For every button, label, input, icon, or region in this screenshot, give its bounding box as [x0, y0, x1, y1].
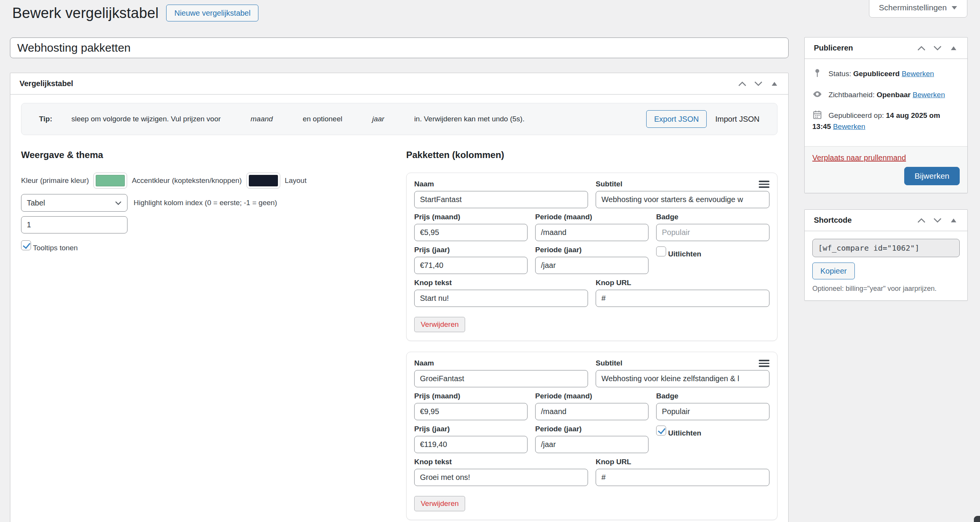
- highlight-field: Uitlichten: [656, 246, 769, 274]
- remove-package-button[interactable]: Verwijderen: [414, 317, 465, 332]
- update-row: Bijwerken: [812, 167, 960, 185]
- highlight-checkbox[interactable]: [656, 246, 666, 256]
- edit-published-link[interactable]: Bewerken: [833, 122, 866, 130]
- period-year-input[interactable]: [535, 257, 648, 274]
- move-to-trash-link[interactable]: Verplaats naar prullenmand: [812, 153, 906, 162]
- name-field: Naam: [414, 180, 588, 208]
- tooltips-toggle[interactable]: Tooltips tonen: [21, 240, 396, 252]
- layout-select[interactable]: Tabel: [21, 194, 127, 212]
- badge-input[interactable]: [656, 224, 769, 241]
- publish-handle-actions: [915, 41, 960, 55]
- import-json-button[interactable]: Import JSON: [715, 115, 760, 124]
- export-json-button[interactable]: Export JSON: [646, 110, 707, 128]
- highlight-label: Uitlichten: [668, 250, 701, 258]
- new-table-button[interactable]: Nieuwe vergelijkstabel: [166, 5, 258, 21]
- published-row: Gepubliceerd op: 14 aug 2025 om 13:45 Be…: [812, 110, 960, 132]
- move-up-button[interactable]: [915, 41, 928, 55]
- button-url-input[interactable]: [596, 290, 769, 307]
- package-subtitle-input[interactable]: [596, 191, 769, 208]
- screen-options-button[interactable]: Scherminstellingen: [869, 0, 967, 18]
- accent-color-picker[interactable]: [247, 173, 280, 189]
- tip-actions: Export JSON Import JSON: [646, 110, 760, 128]
- button-url-label: Knop URL: [596, 279, 769, 287]
- tooltips-checkbox[interactable]: [21, 240, 31, 250]
- name-label: Naam: [414, 180, 588, 188]
- button-text-input[interactable]: [414, 469, 588, 486]
- post-title-input[interactable]: [10, 38, 789, 58]
- price-year-input[interactable]: [414, 257, 528, 274]
- metabox-columns: Weergave & thema Kleur (primaire kleur) …: [21, 150, 777, 522]
- copy-shortcode-button[interactable]: Kopieer: [812, 263, 855, 279]
- chevron-down-icon: [754, 81, 763, 86]
- publish-body: Status: Gepubliceerd Bewerken Zichtbaarh…: [805, 59, 967, 146]
- package-name-input[interactable]: [414, 370, 588, 387]
- subtitle-field: Subtitel: [596, 359, 769, 387]
- toggle-panel-button[interactable]: [947, 214, 960, 227]
- price-month-input[interactable]: [414, 224, 528, 241]
- calendar-icon: [812, 110, 822, 120]
- move-up-button[interactable]: [735, 77, 749, 91]
- package-card: Naam Subtitel: [406, 173, 777, 341]
- shortcode-input[interactable]: [812, 239, 960, 257]
- tip-text-before: sleep om volgorde te wijzigen. Vul prijz…: [71, 115, 220, 123]
- highlight-checkbox[interactable]: [656, 426, 666, 436]
- period-year-label: Periode (jaar): [535, 246, 648, 254]
- remove-package-button[interactable]: Verwijderen: [414, 496, 465, 511]
- badge-field: Badge: [656, 392, 769, 420]
- move-down-button[interactable]: [751, 77, 765, 91]
- tip-text-after: in. Verwijderen kan met undo (5s).: [414, 115, 524, 123]
- highlight-index-input[interactable]: [21, 216, 127, 233]
- package-subtitle-input[interactable]: [596, 370, 769, 387]
- price-year-label: Prijs (jaar): [414, 425, 528, 433]
- button-url-input[interactable]: [596, 469, 769, 486]
- highlight-toggle[interactable]: Uitlichten: [656, 246, 769, 258]
- tooltips-label: Tooltips tonen: [33, 244, 78, 252]
- highlight-index-label: Highlight kolom index (0 = eerste; -1 = …: [134, 199, 277, 207]
- period-month-label: Periode (maand): [535, 213, 648, 221]
- price-year-input[interactable]: [414, 436, 528, 453]
- package-card: Naam Subtitel: [406, 352, 777, 520]
- edit-visibility-link[interactable]: Bewerken: [913, 91, 945, 99]
- subtitle-label: Subtitel: [596, 359, 769, 367]
- button-text-field: Knop tekst: [414, 279, 588, 307]
- screen-options-label: Scherminstellingen: [879, 3, 947, 12]
- edit-status-link[interactable]: Bewerken: [902, 70, 934, 78]
- highlight-toggle[interactable]: Uitlichten: [656, 426, 769, 437]
- move-down-button[interactable]: [931, 214, 944, 227]
- badge-label: Badge: [656, 213, 769, 221]
- period-month-label: Periode (maand): [535, 392, 648, 400]
- shortcode-title: Shortcode: [814, 216, 852, 225]
- button-url-field: Knop URL: [596, 279, 769, 307]
- update-button[interactable]: Bijwerken: [904, 167, 960, 185]
- packages-heading: Pakketten (kolommen): [406, 150, 777, 160]
- period-month-field: Periode (maand): [535, 392, 648, 420]
- accent-color-label: Accentkleur (kopteksten/knoppen): [132, 176, 242, 185]
- package-name-input[interactable]: [414, 191, 588, 208]
- name-field: Naam: [414, 359, 588, 387]
- move-up-button[interactable]: [915, 214, 928, 227]
- tip-year-token: jaar: [372, 115, 384, 123]
- display-theme-heading: Weergave & thema: [21, 150, 396, 160]
- price-month-input[interactable]: [414, 403, 528, 420]
- period-year-input[interactable]: [535, 436, 648, 453]
- tip-label: Tip:: [39, 115, 52, 123]
- button-text-input[interactable]: [414, 290, 588, 307]
- toggle-panel-button[interactable]: [768, 77, 781, 91]
- period-month-input[interactable]: [535, 224, 648, 241]
- drag-handle-icon[interactable]: [759, 360, 769, 367]
- move-down-button[interactable]: [931, 41, 944, 55]
- period-month-input[interactable]: [535, 403, 648, 420]
- badge-input[interactable]: [656, 403, 769, 420]
- primary-color-label: Kleur (primaire kleur): [21, 176, 89, 185]
- primary-color-picker[interactable]: [93, 173, 127, 189]
- toggle-panel-button[interactable]: [947, 41, 960, 55]
- publish-footer: Verplaats naar prullenmand Bijwerken: [805, 146, 967, 193]
- scroll-corner: [974, 516, 980, 522]
- price-month-label: Prijs (maand): [414, 392, 528, 400]
- subtitle-field: Subtitel: [596, 180, 769, 208]
- shortcode-header: Shortcode: [805, 210, 967, 231]
- layout-label: Layout: [285, 176, 307, 185]
- tip-text-middle: en optioneel: [303, 115, 343, 123]
- drag-handle-icon[interactable]: [759, 181, 769, 188]
- status-row: Status: Gepubliceerd Bewerken: [812, 68, 960, 80]
